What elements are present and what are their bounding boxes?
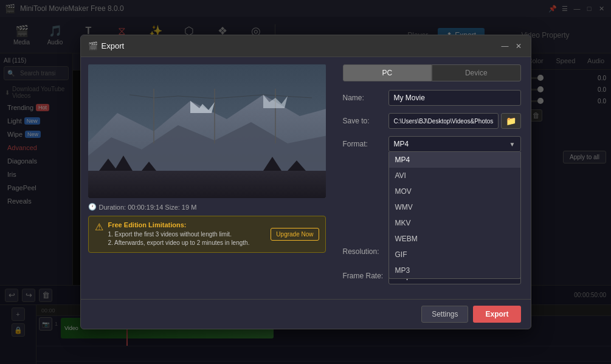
warning-line1: 1. Export the first 3 videos without len… <box>108 230 266 239</box>
format-option-mp4[interactable]: MP4 <box>389 152 520 168</box>
format-option-mov[interactable]: MOV <box>389 184 520 199</box>
export-tab-pc[interactable]: PC <box>343 64 432 81</box>
settings-button[interactable]: Settings <box>421 306 468 323</box>
format-dropdown-menu: MP4 AVI MOV WMV MKV WEBM GIF MP3 <box>388 152 521 279</box>
format-option-gif[interactable]: GIF <box>389 247 520 263</box>
export-action-button[interactable]: Export <box>473 306 520 323</box>
save-to-label: Save to: <box>343 117 388 125</box>
format-dropdown: MP4 ▼ MP4 AVI MOV WMV MKV WEBM GIF <box>388 136 521 152</box>
format-option-avi[interactable]: AVI <box>389 168 520 184</box>
format-label: Format: <box>343 140 388 148</box>
format-option-wmv[interactable]: WMV <box>389 199 520 215</box>
preview-image <box>88 64 326 198</box>
format-option-webm[interactable]: WEBM <box>389 231 520 247</box>
free-warning: ⚠ Free Edition Limitations: 1. Export th… <box>88 216 326 253</box>
name-input[interactable] <box>388 90 521 106</box>
modal-title: Export <box>102 41 125 50</box>
modal-icon: 🎬 <box>88 41 98 50</box>
preview-info: 🕐 Duration: 00:00:19:14 Size: 19 M <box>88 203 326 211</box>
name-label: Name: <box>343 94 388 102</box>
format-field-row: Format: MP4 ▼ MP4 AVI MOV WMV MKV <box>343 136 521 152</box>
warning-icon: ⚠ <box>95 221 103 247</box>
modal-settings: PC Device Name: Save to: 📁 <box>333 57 531 299</box>
format-option-mp3[interactable]: MP3 <box>389 263 520 278</box>
svg-rect-11 <box>88 171 326 198</box>
export-tab-device[interactable]: Device <box>432 64 521 81</box>
format-select-button[interactable]: MP4 ▼ <box>388 136 521 152</box>
warning-line2: 2. Afterwards, export video up to 2 minu… <box>108 239 266 247</box>
modal-header: 🎬 Export — ✕ <box>81 35 531 57</box>
chevron-down-icon: ▼ <box>509 141 516 148</box>
modal-preview: 🕐 Duration: 00:00:19:14 Size: 19 M ⚠ Fre… <box>81 57 333 299</box>
warning-text: Free Edition Limitations: 1. Export the … <box>108 221 266 247</box>
save-to-field: 📁 <box>388 113 521 129</box>
clock-icon: 🕐 <box>88 203 97 211</box>
duration-text: Duration: 00:00:19:14 Size: 19 M <box>99 204 197 211</box>
modal-body: 🕐 Duration: 00:00:19:14 Size: 19 M ⚠ Fre… <box>81 57 531 299</box>
resolution-label: Resolution: <box>343 247 388 256</box>
modal-close-button[interactable]: ✕ <box>514 41 523 51</box>
export-modal: 🎬 Export — ✕ <box>80 35 531 329</box>
save-to-input[interactable] <box>388 113 499 129</box>
name-field-row: Name: <box>343 90 521 106</box>
export-tab-row: PC Device <box>343 64 521 81</box>
modal-overlay: 🎬 Export — ✕ <box>0 0 611 364</box>
framerate-label: Frame Rate: <box>343 272 388 280</box>
save-to-field-row: Save to: 📁 <box>343 113 521 129</box>
modal-footer: Settings Export <box>81 299 531 329</box>
warning-title: Free Edition Limitations: <box>108 221 266 228</box>
format-option-mkv[interactable]: MKV <box>389 215 520 231</box>
modal-minimize-button[interactable]: — <box>500 41 510 51</box>
browse-button[interactable]: 📁 <box>501 113 521 129</box>
format-value: MP4 <box>394 140 409 148</box>
upgrade-button[interactable]: Upgrade Now <box>271 228 319 241</box>
